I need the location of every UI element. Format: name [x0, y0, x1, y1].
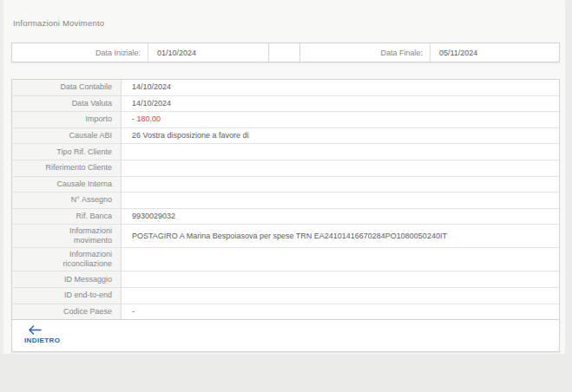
arrow-left-icon	[28, 325, 42, 335]
row-value: POSTAGIRO A Marina Bespoiasova per spese…	[122, 225, 559, 247]
row-label: Rif. Banca	[12, 209, 122, 225]
table-row: Riferimento Cliente	[12, 160, 559, 177]
table-row: N° Assegno	[12, 193, 559, 209]
row-value	[122, 288, 559, 304]
filter-spacer-cell	[269, 43, 300, 62]
row-label: Riferimento Cliente	[12, 160, 122, 176]
table-row: ID Messaggio	[12, 271, 559, 288]
row-value: 26 Vostra disposizione a favore di	[122, 128, 559, 144]
end-date-input[interactable]: 05/11/2024	[431, 43, 559, 62]
row-label: Informazioni movimento	[12, 225, 122, 247]
row-label: Data Valuta	[12, 96, 122, 112]
start-date-input[interactable]: 01/10/2024	[148, 43, 269, 62]
start-date-label: Data Iniziale:	[12, 43, 148, 62]
table-row: Importo- 180,00	[12, 112, 559, 128]
row-label: N° Assegno	[12, 193, 122, 208]
row-label: ID Messaggio	[12, 271, 122, 287]
row-label: Importo	[12, 112, 122, 127]
table-row: Rif. Banca9930029032	[12, 209, 559, 225]
row-label: Tipo Rif. Cliente	[12, 144, 122, 160]
table-row: Causale Interna	[12, 177, 559, 193]
row-label: Causale ABI	[12, 128, 122, 144]
row-label: Causale Interna	[12, 177, 122, 193]
table-row: Codice Paese-	[12, 304, 559, 321]
row-value	[122, 248, 559, 271]
row-value	[122, 160, 559, 176]
details-table: Data Contabile14/10/2024Data Valuta14/10…	[11, 79, 560, 327]
back-button[interactable]: INDIETRO	[24, 325, 60, 344]
date-filter-bar: Data Iniziale: 01/10/2024 Data Finale: 0…	[11, 42, 560, 62]
row-value: 14/10/2024	[122, 96, 559, 112]
row-value: 14/10/2024	[122, 80, 559, 95]
table-row: Informazioni movimentoPOSTAGIRO A Marina…	[12, 225, 559, 248]
row-label: Data Contabile	[12, 80, 122, 95]
table-row: Tipo Rif. Cliente	[12, 144, 559, 160]
row-label: Codice Paese	[12, 304, 122, 320]
row-value	[122, 271, 559, 287]
table-row: Causale ABI26 Vostra disposizione a favo…	[12, 128, 559, 145]
row-label: Informazioni riconciliazione	[12, 248, 122, 271]
table-row: Informazioni riconciliazione	[12, 248, 559, 271]
table-row: Data Contabile14/10/2024	[12, 80, 559, 96]
row-value: -	[122, 304, 559, 320]
footer-bar: INDIETRO	[11, 319, 560, 352]
row-label: ID end-to-end	[12, 288, 122, 304]
table-row: ID end-to-end	[12, 288, 559, 304]
back-button-label: INDIETRO	[24, 336, 60, 344]
row-value	[122, 177, 559, 193]
row-value	[122, 193, 559, 208]
row-value: 9930029032	[122, 209, 559, 225]
end-date-label: Data Finale:	[300, 43, 431, 62]
row-value	[122, 144, 559, 160]
page-title: Informazioni Movimento	[13, 18, 104, 28]
row-value: - 180,00	[122, 112, 559, 127]
table-row: Data Valuta14/10/2024	[12, 96, 559, 113]
